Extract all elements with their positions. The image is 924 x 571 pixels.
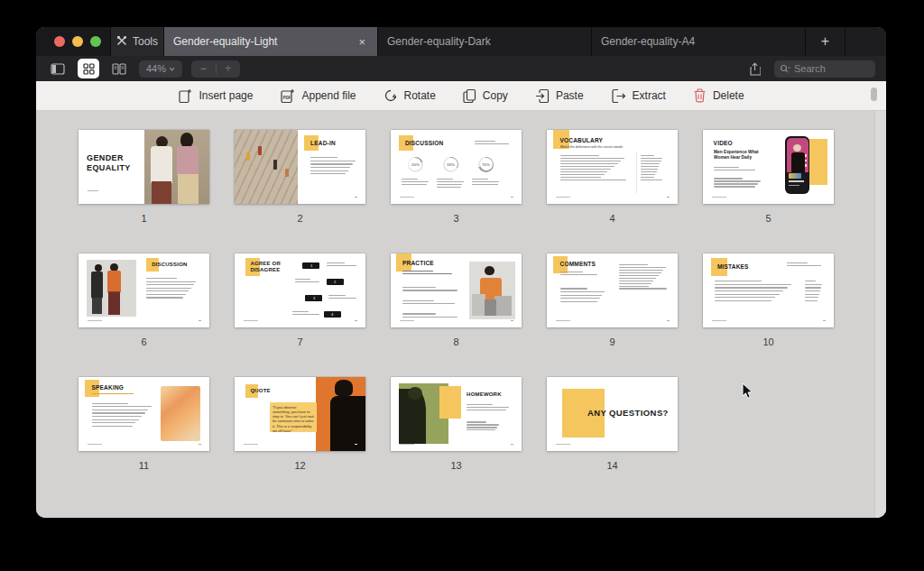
slide-title: DISCUSSION [152, 262, 187, 268]
sidebar-toggle-button[interactable] [47, 59, 69, 78]
video-action-bar [805, 154, 808, 176]
thumbnail-row-1: GENDER EQUALITY 1 [79, 130, 834, 224]
tab-gender-equality-light[interactable]: Gender-equality-Light × [164, 27, 378, 56]
statement-number: 3 [313, 296, 315, 300]
search-field[interactable] [774, 60, 875, 78]
rotate-button[interactable]: Rotate [383, 88, 436, 103]
tools-icon [116, 35, 127, 49]
svg-text:PDF: PDF [283, 95, 291, 99]
slide-page-dot [511, 320, 513, 321]
text-line [560, 288, 587, 289]
page-number: 6 [79, 336, 209, 347]
page-thumbnail-6[interactable]: DISCUSSION 6 [79, 253, 209, 347]
text-line [641, 180, 662, 180]
text-line [437, 179, 453, 180]
page-thumbnail-9[interactable]: COMMENTS 9 [547, 253, 678, 347]
close-window-button[interactable] [54, 36, 65, 47]
text-line [805, 290, 820, 291]
page-number: 14 [547, 460, 678, 471]
page-thumbnail-8[interactable]: PRACTICE 8 [391, 253, 522, 347]
insert-page-button[interactable]: Insert page [178, 88, 253, 104]
page-thumbnail-13[interactable]: HOMEWORK 13 [391, 377, 522, 471]
text-line [310, 173, 346, 174]
paste-icon [535, 88, 550, 104]
page-thumbnail-11[interactable]: SPEAKING 11 [79, 377, 209, 471]
chevron-down-icon [169, 67, 175, 71]
zoom-in-button[interactable]: + [217, 62, 241, 75]
text-line [437, 187, 461, 188]
scrollbar-thumb[interactable] [871, 87, 877, 101]
text-line [467, 407, 509, 408]
text-line [641, 158, 661, 159]
photo-figure [408, 387, 422, 400]
page-thumbnail-14[interactable]: ANY QUESTIONS? 14 [547, 377, 678, 471]
text-line [467, 427, 497, 428]
page-thumbnail-1[interactable]: GENDER EQUALITY 1 [79, 130, 209, 224]
new-tab-button[interactable]: + [806, 27, 845, 56]
text-line [146, 297, 183, 298]
insert-page-label: Insert page [199, 89, 253, 102]
slide-bullet-lines [714, 177, 763, 189]
photo-prop [472, 294, 485, 316]
tab-close-icon[interactable]: × [356, 35, 368, 49]
page-thumbnail-2[interactable]: LEAD-IN 2 [235, 130, 365, 224]
tools-button[interactable]: Tools [110, 27, 164, 56]
extract-label: Extract [633, 89, 666, 102]
text-line [619, 283, 651, 284]
slide-12: QUOTE “If you observe something, you hav… [235, 377, 365, 451]
text-line [805, 284, 822, 285]
titlebar-filler [845, 27, 886, 56]
traffic-lights [36, 27, 110, 56]
search-input[interactable] [794, 63, 870, 74]
donut-caption-lines [402, 177, 430, 187]
video-person [791, 152, 805, 173]
zoom-out-button[interactable]: − [191, 62, 216, 75]
text-line [146, 278, 177, 279]
copy-button[interactable]: Copy [463, 88, 508, 104]
delete-label: Delete [713, 89, 744, 102]
video-subtitle-text: Men Experience What Women Hear Daily [714, 150, 769, 161]
page-thumbnail-4[interactable]: VOCABULARY Match the definitions with th… [547, 130, 678, 224]
zoom-window-button[interactable] [90, 36, 101, 47]
text-line [560, 177, 601, 178]
page-thumbnail-3[interactable]: DISCUSSION 20% 33% 70% 3 [391, 130, 522, 224]
search-icon [780, 64, 790, 74]
thumbnail-grid-view-button[interactable] [78, 59, 99, 78]
paste-button[interactable]: Paste [535, 88, 584, 104]
photo-figure [108, 291, 120, 315]
two-page-view-button[interactable] [108, 59, 130, 78]
text-line [475, 143, 510, 144]
text-line [805, 300, 818, 301]
page-thumbnail-10[interactable]: MISTAKES 10 [703, 253, 834, 347]
abstract-art [161, 386, 200, 441]
slide-7: AGREE OR DISAGREE 1 2 3 4 [235, 253, 365, 327]
slide-body-lines [146, 276, 199, 300]
statement-number-pill: 2 [327, 279, 344, 285]
text-line [715, 290, 783, 291]
slide-10: MISTAKES [703, 253, 834, 327]
tab-gender-equality-a4[interactable]: Gender-equality-A4 [592, 27, 806, 56]
photo-figure [335, 380, 353, 396]
word-list-lines [641, 153, 663, 182]
minimize-window-button[interactable] [72, 36, 83, 47]
page-thumbnail-7[interactable]: AGREE OR DISAGREE 1 2 3 4 7 [235, 253, 365, 347]
photo-figure [107, 271, 121, 293]
slide-1: GENDER EQUALITY [79, 130, 209, 204]
donut-chart: 33% [443, 157, 458, 172]
video-action-dot [805, 160, 808, 162]
scrollbar-track[interactable] [874, 111, 886, 518]
slide-8: PRACTICE [391, 253, 522, 327]
page-thumbnail-12[interactable]: QUOTE “If you observe something, you hav… [235, 377, 365, 471]
delete-button[interactable]: Delete [693, 88, 744, 103]
tab-gender-equality-dark[interactable]: Gender-equality-Dark [378, 27, 592, 56]
text-line [92, 419, 139, 420]
append-file-button[interactable]: PDF Append file [280, 88, 356, 104]
zoom-level-dropdown[interactable]: 44% [139, 60, 182, 78]
slide-photo [144, 130, 210, 204]
extract-button[interactable]: Extract [611, 88, 666, 104]
page-number: 10 [703, 336, 834, 347]
statement-number-pill: 1 [302, 262, 319, 269]
share-button[interactable] [744, 59, 765, 78]
page-thumbnail-5[interactable]: VIDEO Men Experience What Women Hear Dai… [703, 130, 834, 224]
slide-9: COMMENTS [547, 253, 678, 327]
